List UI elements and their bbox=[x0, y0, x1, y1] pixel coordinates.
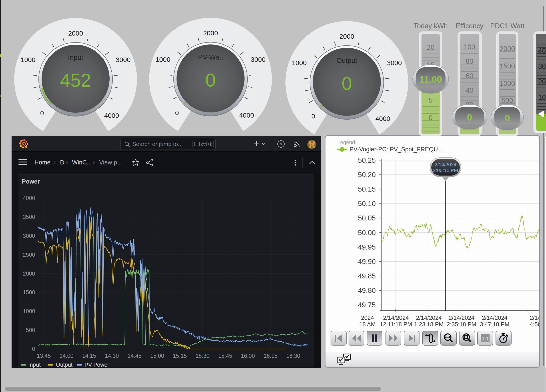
svg-text:100: 100 bbox=[464, 43, 475, 51]
svg-text:60: 60 bbox=[466, 72, 473, 80]
svg-text:0: 0 bbox=[429, 114, 432, 122]
svg-text:30: 30 bbox=[538, 62, 546, 70]
svg-text:20: 20 bbox=[538, 78, 546, 86]
svg-text:10: 10 bbox=[538, 94, 546, 101]
svg-text:Efficency: Efficency bbox=[455, 22, 484, 30]
svg-text:5: 5 bbox=[429, 96, 432, 104]
svg-text:11.00: 11.00 bbox=[419, 74, 442, 85]
svg-text:Today kWh: Today kWh bbox=[414, 22, 448, 30]
svg-text:80: 80 bbox=[466, 58, 473, 65]
svg-text:1000: 1000 bbox=[500, 80, 515, 87]
svg-text:0: 0 bbox=[505, 113, 510, 123]
svg-text:20: 20 bbox=[427, 44, 434, 51]
svg-text:0: 0 bbox=[467, 112, 472, 123]
svg-text:1500: 1500 bbox=[500, 62, 515, 70]
svg-text:40: 40 bbox=[538, 47, 546, 55]
svg-text:PDC1 Watt: PDC1 Watt bbox=[490, 22, 524, 30]
svg-text:500: 500 bbox=[501, 97, 513, 104]
svg-text:40: 40 bbox=[466, 86, 473, 94]
svg-text:2000: 2000 bbox=[500, 45, 515, 53]
